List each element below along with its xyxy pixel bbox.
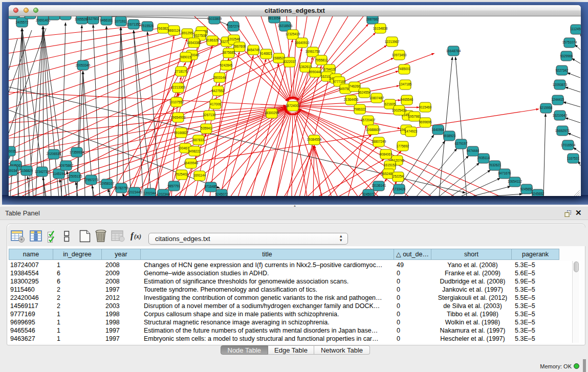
svg-text:887833: 887833 xyxy=(193,138,204,142)
svg-text:6794028: 6794028 xyxy=(323,68,336,71)
svg-text:12213369: 12213369 xyxy=(171,85,186,89)
svg-text:17359934: 17359934 xyxy=(70,150,84,154)
svg-text:9329966: 9329966 xyxy=(560,54,573,58)
svg-text:2887682: 2887682 xyxy=(366,17,379,21)
svg-text:1615152: 1615152 xyxy=(384,163,397,167)
svg-text:1588520: 1588520 xyxy=(273,56,286,60)
svg-text:18724007: 18724007 xyxy=(286,104,300,107)
svg-text:12093873: 12093873 xyxy=(553,83,568,86)
svg-text:18300295: 18300295 xyxy=(265,111,279,115)
svg-text:2803144: 2803144 xyxy=(213,76,226,79)
svg-text:535941: 535941 xyxy=(201,126,212,130)
svg-text:7485001: 7485001 xyxy=(398,67,411,71)
svg-text:12023446: 12023446 xyxy=(127,190,142,194)
svg-text:12213967: 12213967 xyxy=(385,40,400,43)
svg-text:8471676: 8471676 xyxy=(498,171,511,175)
svg-text:1156829: 1156829 xyxy=(20,169,33,172)
svg-text:16409948: 16409948 xyxy=(184,161,199,165)
svg-text:10025433: 10025433 xyxy=(392,108,407,112)
svg-text:20053346: 20053346 xyxy=(76,63,91,67)
svg-text:1244415: 1244415 xyxy=(552,98,564,101)
svg-text:16543382: 16543382 xyxy=(187,41,202,45)
svg-text:9777169: 9777169 xyxy=(333,80,346,83)
svg-text:10671355: 10671355 xyxy=(126,23,141,26)
svg-text:1957981: 1957981 xyxy=(408,115,421,118)
svg-text:9245072: 9245072 xyxy=(362,192,375,196)
svg-text:12325419: 12325419 xyxy=(286,32,300,36)
svg-text:1347185: 1347185 xyxy=(399,82,412,86)
svg-text:9115460: 9115460 xyxy=(419,105,432,109)
svg-text:20206536: 20206536 xyxy=(47,152,61,156)
svg-text:10973493: 10973493 xyxy=(392,53,407,57)
svg-text:939154: 939154 xyxy=(9,169,17,172)
svg-text:6379197: 6379197 xyxy=(455,142,468,145)
svg-text:1775692: 1775692 xyxy=(397,144,409,148)
svg-text:(x): (x) xyxy=(134,233,141,240)
svg-text:15751074: 15751074 xyxy=(562,40,577,44)
svg-text:17957273: 17957273 xyxy=(84,178,99,182)
svg-text:10958107: 10958107 xyxy=(100,182,115,185)
svg-text:12505135: 12505135 xyxy=(68,174,82,178)
svg-text:10688609: 10688609 xyxy=(366,128,381,132)
svg-text:417006: 417006 xyxy=(210,102,221,106)
svg-text:9245072: 9245072 xyxy=(215,192,228,196)
svg-text:12342737: 12342737 xyxy=(35,170,50,173)
svg-text:16961758: 16961758 xyxy=(306,50,320,53)
svg-text:10654112: 10654112 xyxy=(508,180,522,183)
svg-text:621605: 621605 xyxy=(384,102,396,106)
svg-text:10807487: 10807487 xyxy=(369,96,384,100)
svg-text:2405572: 2405572 xyxy=(16,20,29,24)
svg-text:19218506: 19218506 xyxy=(278,24,293,28)
svg-text:18807249: 18807249 xyxy=(372,140,386,143)
svg-text:3624554: 3624554 xyxy=(358,91,371,94)
svg-text:30975867: 30975867 xyxy=(59,164,74,167)
svg-text:252254: 252254 xyxy=(393,174,404,178)
svg-text:891295: 891295 xyxy=(182,31,193,35)
svg-text:1112456: 1112456 xyxy=(570,27,581,31)
svg-text:7955812: 7955812 xyxy=(315,58,328,62)
svg-text:19384554: 19384554 xyxy=(307,138,322,141)
svg-text:1202546: 1202546 xyxy=(228,37,241,41)
svg-text:16154838: 16154838 xyxy=(373,27,388,30)
svg-text:1474923: 1474923 xyxy=(405,129,418,133)
svg-text:3875685: 3875685 xyxy=(223,51,235,54)
svg-text:9245652: 9245652 xyxy=(520,187,533,191)
svg-text:16210643: 16210643 xyxy=(553,114,568,117)
svg-text:2718170: 2718170 xyxy=(175,70,188,73)
svg-text:15136141: 15136141 xyxy=(372,184,386,187)
svg-text:16640910: 16640910 xyxy=(295,41,310,45)
svg-text:989015: 989015 xyxy=(180,55,191,59)
svg-text:9699695: 9699695 xyxy=(419,120,432,124)
svg-text:2626035: 2626035 xyxy=(9,149,16,153)
svg-text:1167531: 1167531 xyxy=(567,157,580,160)
svg-text:9860124: 9860124 xyxy=(168,29,181,32)
svg-text:8186328: 8186328 xyxy=(206,38,219,42)
svg-text:19166827: 19166827 xyxy=(174,131,189,135)
svg-text:1071911: 1071911 xyxy=(115,19,127,23)
svg-text:9227342: 9227342 xyxy=(556,69,569,72)
svg-text:9245652: 9245652 xyxy=(532,192,545,195)
svg-text:15692971: 15692971 xyxy=(555,129,570,133)
svg-text:1527602: 1527602 xyxy=(87,17,100,20)
svg-text:1145194: 1145194 xyxy=(53,172,66,176)
svg-text:9716485: 9716485 xyxy=(205,185,217,188)
svg-text:3267130: 3267130 xyxy=(203,113,216,117)
svg-text:1691144: 1691144 xyxy=(193,173,206,177)
svg-text:9474444: 9474444 xyxy=(467,149,480,152)
svg-text:3498222: 3498222 xyxy=(188,149,201,153)
svg-text:6466161: 6466161 xyxy=(100,18,113,22)
svg-text:5938923: 5938923 xyxy=(443,134,456,138)
svg-text:8322037: 8322037 xyxy=(284,60,296,63)
svg-text:10655287: 10655287 xyxy=(58,16,73,17)
svg-text:2867608: 2867608 xyxy=(233,45,246,48)
svg-text:17016504: 17016504 xyxy=(561,143,576,147)
svg-text:9465546: 9465546 xyxy=(401,98,413,101)
svg-text:7625402: 7625402 xyxy=(176,172,188,176)
svg-text:19654933: 19654933 xyxy=(171,116,186,119)
svg-text:1640954: 1640954 xyxy=(432,128,445,132)
svg-text:9146821: 9146821 xyxy=(260,52,273,55)
svg-text:16033809: 16033809 xyxy=(207,17,222,20)
svg-text:1202344: 1202344 xyxy=(144,191,157,195)
svg-text:9857791: 9857791 xyxy=(168,184,181,188)
svg-text:7357274: 7357274 xyxy=(227,25,240,28)
